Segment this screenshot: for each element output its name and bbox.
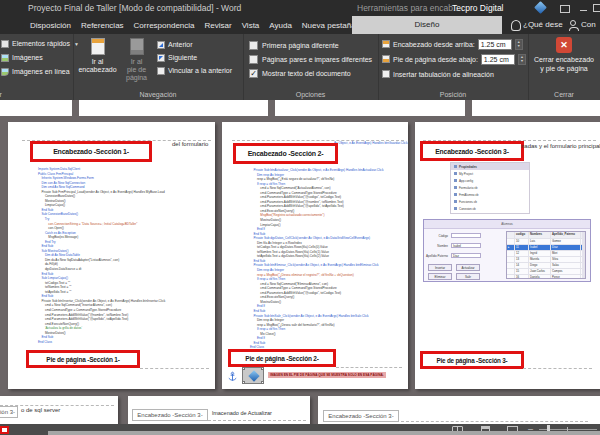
- footer-image-thumbnail[interactable]: [242, 367, 264, 384]
- footer-boundary-line: [523, 368, 592, 369]
- tab-vista[interactable]: Vista: [242, 21, 260, 30]
- quick-parts-icon: [1, 40, 9, 48]
- mini-grid-scrollbar: [582, 232, 585, 278]
- body-text-fragment: nadas y el formulario principal: [521, 143, 600, 149]
- tab-correspondencia[interactable]: Correspondencia: [134, 21, 195, 30]
- footer-boundary-line: [140, 368, 209, 369]
- insert-alignment-tab-icon: [382, 70, 390, 78]
- header-section-tab: Encabezado -Sección 3-: [323, 410, 399, 422]
- code-fragment-top: As Object, e As EventArgs) Handles btnGu…: [334, 141, 407, 145]
- header-from-top-input[interactable]: 1.25 cm: [478, 39, 512, 50]
- group-insertar: Elementos rápidos▼ImágenesImágenes en lí…: [0, 34, 74, 100]
- insert-item-0[interactable]: Elementos rápidos▼: [1, 38, 79, 49]
- group-label-opciones: Opciones: [243, 91, 378, 98]
- contextual-tools-title: Herramientas para encab...: [357, 3, 460, 13]
- go-to-header-icon: [91, 38, 105, 55]
- mini-form-label: Nombre: [426, 244, 448, 248]
- header-from-top-spinner[interactable]: ▲▼: [515, 39, 523, 50]
- group-label-navegacion: Navegación: [73, 91, 243, 98]
- tab-diseno-active[interactable]: Diseño: [352, 16, 502, 34]
- tab-disposición[interactable]: Disposición: [30, 21, 71, 30]
- checkbox-label: Primera página diferente: [262, 42, 339, 49]
- mini-form-button: Insertar: [428, 264, 452, 271]
- explorer-item: Conexion.vb: [451, 205, 529, 212]
- mini-form-label: Código: [426, 234, 448, 238]
- body-text-fragment: lmacenado de Actualizar: [212, 410, 272, 416]
- tab-nueva-pestaña[interactable]: Nueva pestaña: [302, 21, 356, 30]
- solution-explorer-screenshot[interactable]: PropiedadesMy ProjectApp.configFormulari…: [450, 162, 530, 214]
- insert-item-label: Imágenes: [12, 54, 43, 61]
- insert-item-1[interactable]: Imágenes: [1, 52, 43, 63]
- tab-revisar[interactable]: Revisar: [205, 21, 232, 30]
- bottom-page-2: Encabezado -Sección 3- lmacenado de Actu…: [128, 396, 310, 425]
- insert-alignment-tab-label: Insertar tabulación de alineación: [393, 71, 494, 78]
- go-to-footer-button[interactable]: Ir alpie de página: [117, 37, 156, 83]
- file-icon: [454, 179, 457, 182]
- nav-item-anterior[interactable]: Anterior: [157, 39, 193, 50]
- horizontal-scrollbar[interactable]: [48, 431, 600, 435]
- checkbox-unchecked-icon[interactable]: [249, 55, 258, 64]
- mini-form-field: Isabel: [451, 243, 481, 248]
- nav-item-label: Siguiente: [168, 54, 197, 61]
- link-to-previous-icon: [157, 67, 165, 75]
- footer-from-bottom-icon: [382, 55, 390, 63]
- footer-from-bottom-input[interactable]: 1.25 cm: [481, 54, 515, 65]
- form-screenshot[interactable]: Alumnos CódigoNombreIsabelApellido Pater…: [423, 219, 591, 282]
- insert-alignment-tab-button[interactable]: Insertar tabulación de alineación: [382, 68, 494, 80]
- footer-tab-annotation: Pie de página -Sección 1-: [26, 350, 140, 368]
- page-edge-sliver: [0, 100, 72, 116]
- page-1: del formulario Encabezado -Sección 1- Im…: [8, 122, 215, 389]
- checkbox-checked-icon[interactable]: ✓: [249, 69, 258, 78]
- footer-tab-annotation: Pie de página -Sección 3-: [420, 351, 524, 369]
- code-block-page1: Imports System.Data.SqlClientPublic Clas…: [38, 167, 165, 344]
- explorer-item: App.config: [451, 177, 529, 184]
- body-text-fragment: o de sql server: [21, 407, 60, 413]
- nav-item-vincular-a-la-anterior[interactable]: Vincular a la anterior: [157, 65, 232, 76]
- nav-item-siguiente[interactable]: Siguiente: [157, 52, 197, 63]
- header-tab-annotation: Encabezado -Sección 2-: [233, 143, 338, 164]
- bottom-page-1: Encabezado -Sección 3- o de sql server: [0, 396, 118, 425]
- tab-ayuda[interactable]: Ayuda: [269, 21, 292, 30]
- restore-button[interactable]: [590, 4, 600, 13]
- minimize-button[interactable]: [576, 4, 590, 13]
- checkbox-primera-página-diferente[interactable]: Primera página diferente: [249, 40, 339, 51]
- group-label-insertar: Insertar: [0, 91, 20, 98]
- page-2: As Object, e As EventArgs) Handles btnGu…: [222, 122, 408, 389]
- nav-item-label: Vincular a la anterior: [168, 67, 232, 74]
- go-to-header-button[interactable]: Ir alencabezado: [78, 37, 117, 83]
- close-label-line1[interactable]: Cerrar encabezado: [528, 55, 600, 64]
- checkbox-mostrar-texto-del-documento[interactable]: ✓Mostrar texto del documento: [249, 68, 351, 79]
- online-pictures-icon: [1, 68, 9, 76]
- insert-item-2[interactable]: Imágenes en línea: [1, 66, 70, 77]
- header-boundary-line: [401, 421, 588, 422]
- group-label-cerrar: Cerrar: [528, 91, 600, 98]
- ribbon-display-options-button[interactable]: [558, 4, 572, 13]
- share-person-icon: [569, 20, 577, 29]
- go-to-footer-label: Ir alpie de página: [117, 58, 156, 82]
- page-edge-sliver: [275, 100, 465, 116]
- status-bar: –: [0, 424, 600, 435]
- checkbox-unchecked-icon[interactable]: [249, 41, 258, 50]
- account-name[interactable]: Tecpro Digital: [452, 3, 504, 13]
- group-label-posicion: Posición: [378, 91, 528, 98]
- file-icon: [454, 186, 457, 189]
- file-icon: [454, 165, 457, 168]
- header-section-tab: Encabezado -Sección 1-: [53, 148, 129, 155]
- page-edge-sliver: [472, 100, 600, 116]
- close-header-footer-button[interactable]: ✕: [556, 37, 572, 53]
- mini-form-button: Actualizar: [456, 264, 480, 271]
- page-3: Encabezado -Sección 3- nadas y el formul…: [415, 122, 600, 389]
- next-icon: [157, 54, 165, 62]
- share-button[interactable]: Con: [581, 20, 596, 29]
- anchor-icon[interactable]: [228, 369, 237, 387]
- account-logo-icon: [534, 1, 547, 14]
- tell-me-box[interactable]: ¿Qué dese: [523, 20, 563, 29]
- footer-from-bottom-spinner[interactable]: ▲▼: [518, 54, 526, 65]
- mini-form-label: Apellido Paterno: [426, 254, 448, 258]
- header-section-tab: Encabezado -Sección 3-: [132, 409, 208, 421]
- header-boundary-line: [208, 420, 306, 421]
- explorer-item: Formulario.vb: [451, 184, 529, 191]
- close-label-line2[interactable]: y pie de página: [528, 64, 600, 73]
- checkbox-páginas-pares-e-impares-diferentes[interactable]: Páginas pares e impares diferentes: [249, 54, 372, 65]
- tab-referencias[interactable]: Referencias: [81, 21, 124, 30]
